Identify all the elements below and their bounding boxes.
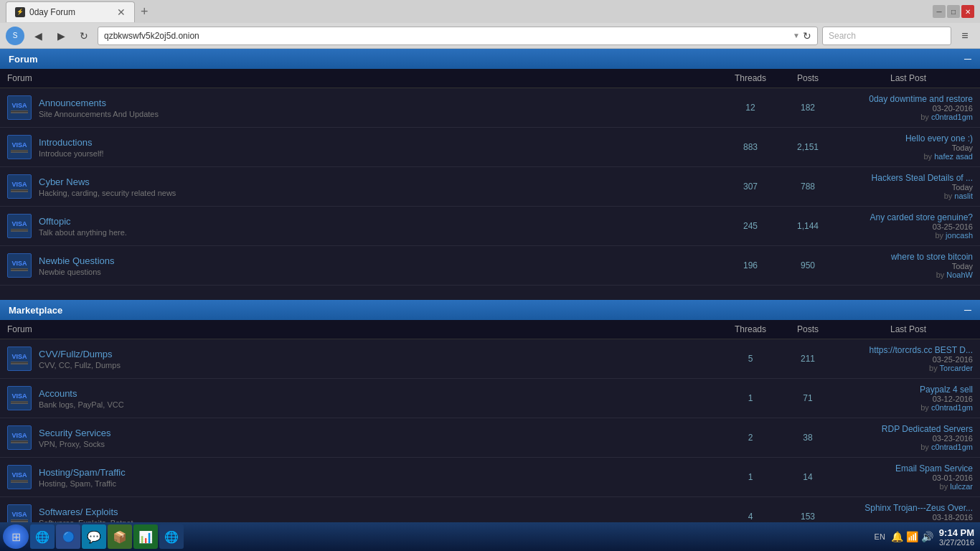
back-button[interactable]: ◀ <box>29 27 47 45</box>
last-post-date: 03-18-2016 <box>844 513 973 522</box>
address-bar[interactable]: qzbkwswfv5k2oj5d.onion ▼ ↻ <box>98 27 818 45</box>
refresh-button[interactable]: ↻ <box>75 27 93 45</box>
last-post-title[interactable]: Hello every one :) <box>844 133 973 143</box>
forum-cell: VISA Cyber News Hacking, carding, securi… <box>0 167 722 207</box>
last-post-title[interactable]: RDP Dedicated Servers <box>844 424 973 434</box>
taskbar-icon-network[interactable]: 🌐 <box>159 524 184 549</box>
minimize-button[interactable]: ─ <box>933 5 946 18</box>
posts-cell: 1,144 <box>779 207 837 246</box>
last-post-by: by NoahW <box>844 270 973 279</box>
forum-name-link[interactable]: CVV/Fullz/Dumps <box>39 349 113 359</box>
last-post-date: Today <box>844 262 973 270</box>
table-row: VISA CVV/Fullz/Dumps CVV, CC, Fullz, Dum… <box>0 339 980 379</box>
profile-icon: S <box>6 27 24 45</box>
forward-button[interactable]: ▶ <box>52 27 70 45</box>
last-post-title[interactable]: Any carded store genuine? <box>844 212 973 222</box>
last-post-title[interactable]: https://torcrds.cc BEST D... <box>844 345 973 355</box>
col-last-post: Last Post <box>837 69 980 88</box>
address-refresh-icon[interactable]: ↻ <box>803 30 811 42</box>
col-forum: Forum <box>0 69 722 88</box>
last-post-by: by c0ntrad1gm <box>844 113 973 121</box>
forum-name-text: Cyber News Hacking, carding, security re… <box>39 176 176 197</box>
last-post-author[interactable]: c0ntrad1gm <box>931 113 973 121</box>
forum-cell: VISA Introductions Introduce yourself! <box>0 128 722 167</box>
forum-name-link[interactable]: Cyber News <box>39 176 90 187</box>
posts-cell: 950 <box>779 246 837 286</box>
forum-description: Hosting, Spam, Traffic <box>39 479 126 488</box>
posts-cell: 788 <box>779 167 837 207</box>
search-placeholder: Search <box>829 31 856 41</box>
last-post-author[interactable]: joncash <box>946 231 973 240</box>
forum-table: Forum Threads Posts Last Post VISA <box>0 69 980 286</box>
last-post-author[interactable]: naslit <box>954 192 973 200</box>
browser-tab[interactable]: ⚡ 0day Forum ✕ <box>6 1 135 22</box>
forum-description: Hacking, carding, security related news <box>39 189 176 197</box>
table-row: VISA Newbie Questions Newbie questions 1… <box>0 246 980 286</box>
forum-cell: VISA Announcements Site Announcements An… <box>0 88 722 128</box>
url-text: qzbkwswfv5k2oj5d.onion <box>104 31 199 41</box>
last-post-title[interactable]: where to store bitcoin <box>844 252 973 262</box>
taskbar-icon-chrome[interactable]: 🔵 <box>56 524 80 549</box>
forum-name-link[interactable]: Announcements <box>39 98 106 108</box>
last-post-date: 03-25-2016 <box>844 355 973 364</box>
forum-name-link[interactable]: Security Services <box>39 428 110 438</box>
last-post-author[interactable]: Torcarder <box>940 364 973 372</box>
taskbar-icon-app[interactable]: 📦 <box>108 524 132 549</box>
mp-col-posts: Posts <box>779 320 837 339</box>
last-post-author[interactable]: hafez asad <box>934 152 973 161</box>
tab-close-button[interactable]: ✕ <box>117 6 126 18</box>
tray-icon-1: 🔔 <box>891 531 903 542</box>
forum-icon: VISA <box>7 425 32 450</box>
last-post-author[interactable]: NoahW <box>946 270 973 279</box>
new-tab-button[interactable]: + <box>138 4 151 19</box>
marketplace-section-header: Marketplace ─ <box>0 300 980 320</box>
forum-name-text: Introductions Introduce yourself! <box>39 137 104 158</box>
forum-name-text: Hosting/Spam/Traffic Hosting, Spam, Traf… <box>39 467 126 488</box>
forum-name-link[interactable]: Newbie Questions <box>39 255 115 266</box>
maximize-button[interactable]: □ <box>947 5 960 18</box>
table-row: VISA Introductions Introduce yourself! 8… <box>0 128 980 167</box>
window-controls: ─ □ ✕ <box>933 5 974 18</box>
last-post-cell: 0day downtime and restore 03-20-2016 by … <box>837 88 980 128</box>
address-dropdown-icon[interactable]: ▼ <box>793 32 800 39</box>
search-bar[interactable]: Search <box>822 27 951 45</box>
threads-cell: 1 <box>722 458 779 497</box>
last-post-title[interactable]: Hackers Steal Details of ... <box>844 173 973 183</box>
last-post-author[interactable]: c0ntrad1gm <box>931 403 973 412</box>
forum-section: Forum ─ Forum Threads Posts Last Post <box>0 49 980 286</box>
last-post-date: 03-20-2016 <box>844 104 973 113</box>
forum-name-link[interactable]: Softwares/ Exploits <box>39 507 118 517</box>
last-post-cell: https://torcrds.cc BEST D... 03-25-2016 … <box>837 339 980 379</box>
close-button[interactable]: ✕ <box>961 5 974 18</box>
browser-window: ⚡ 0day Forum ✕ + ─ □ ✕ S ◀ ▶ ↻ qzbkwswfv… <box>0 0 980 551</box>
browser-menu-button[interactable]: ≡ <box>956 27 974 45</box>
forum-name-text: Offtopic Talk about anything here. <box>39 216 127 237</box>
last-post-cell: RDP Dedicated Servers 03-23-2016 by c0nt… <box>837 418 980 458</box>
posts-cell: 2,151 <box>779 128 837 167</box>
last-post-title[interactable]: Paypalz 4 sell <box>844 385 973 395</box>
last-post-title[interactable]: Email Spam Service <box>844 463 973 474</box>
last-post-title[interactable]: 0day downtime and restore <box>844 94 973 104</box>
forum-section-header: Forum ─ <box>0 49 980 69</box>
taskbar-icon-excel[interactable]: 📊 <box>133 524 158 549</box>
last-post-author[interactable]: lulczar <box>950 482 973 491</box>
forum-description: Introduce yourself! <box>39 149 104 158</box>
last-post-title[interactable]: Sphinx Trojan---Zeus Over... <box>844 503 973 513</box>
last-post-author[interactable]: c0ntrad1gm <box>931 443 973 451</box>
browser-toolbar: S ◀ ▶ ↻ qzbkwswfv5k2oj5d.onion ▼ ↻ Searc… <box>0 23 980 49</box>
forum-name-text: Newbie Questions Newbie questions <box>39 255 115 276</box>
taskbar-icon-ie[interactable]: 🌐 <box>30 524 55 549</box>
forum-icon: VISA <box>7 135 32 159</box>
threads-cell: 2 <box>722 418 779 458</box>
forum-name-link[interactable]: Offtopic <box>39 216 71 227</box>
forum-section-minimize[interactable]: ─ <box>964 53 971 65</box>
forum-name-link[interactable]: Hosting/Spam/Traffic <box>39 467 126 478</box>
marketplace-section-minimize[interactable]: ─ <box>964 304 971 316</box>
start-button[interactable]: ⊞ <box>3 524 29 549</box>
threads-cell: 196 <box>722 246 779 286</box>
taskbar-icon-skype[interactable]: 💬 <box>82 524 106 549</box>
forum-description: Bank logs, PayPal, VCC <box>39 400 124 409</box>
forum-name-link[interactable]: Introductions <box>39 137 92 148</box>
forum-description: Site Announcements And Updates <box>39 110 159 118</box>
forum-name-link[interactable]: Accounts <box>39 388 77 399</box>
